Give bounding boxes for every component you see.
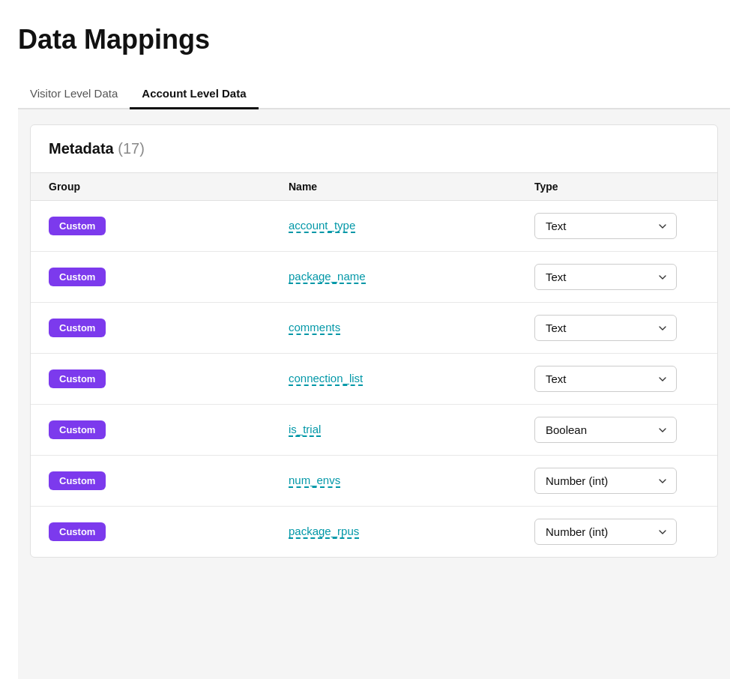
field-name-link[interactable]: connection_list xyxy=(289,372,363,386)
group-badge: Custom xyxy=(49,471,106,490)
page-container: Data Mappings Visitor Level Data Account… xyxy=(0,0,748,679)
field-name-link[interactable]: is_trial xyxy=(289,423,321,437)
group-badge: Custom xyxy=(49,319,106,337)
name-cell: package_rpus xyxy=(289,525,534,539)
group-cell: Custom xyxy=(49,522,289,541)
metadata-title: Metadata xyxy=(49,140,114,157)
field-name-link[interactable]: num_envs xyxy=(289,474,340,488)
content-area: Metadata (17) Group Name Type Customacco… xyxy=(18,109,730,679)
group-cell: Custom xyxy=(49,369,289,388)
field-name-link[interactable]: package_name xyxy=(289,270,366,284)
type-cell: TextBooleanNumber (int)Number (float)Dat… xyxy=(534,366,699,392)
group-badge: Custom xyxy=(49,217,106,235)
table-body: Customaccount_typeTextBooleanNumber (int… xyxy=(31,201,717,557)
group-cell: Custom xyxy=(49,217,289,235)
page-title: Data Mappings xyxy=(18,24,730,55)
group-badge: Custom xyxy=(49,369,106,388)
group-cell: Custom xyxy=(49,420,289,439)
type-select[interactable]: TextBooleanNumber (int)Number (float)Dat… xyxy=(534,468,677,494)
group-badge: Custom xyxy=(49,268,106,286)
table-row: Customaccount_typeTextBooleanNumber (int… xyxy=(31,201,717,252)
group-badge: Custom xyxy=(49,420,106,439)
metadata-card: Metadata (17) Group Name Type Customacco… xyxy=(30,124,718,558)
table-row: Customis_trialTextBooleanNumber (int)Num… xyxy=(31,405,717,456)
group-cell: Custom xyxy=(49,471,289,490)
type-select[interactable]: TextBooleanNumber (int)Number (float)Dat… xyxy=(534,213,677,239)
field-name-link[interactable]: account_type xyxy=(289,219,355,233)
header-group: Group xyxy=(49,181,289,193)
type-cell: TextBooleanNumber (int)Number (float)Dat… xyxy=(534,264,699,290)
metadata-header: Metadata (17) xyxy=(31,125,717,172)
tab-account[interactable]: Account Level Data xyxy=(130,79,258,109)
type-cell: TextBooleanNumber (int)Number (float)Dat… xyxy=(534,468,699,494)
type-select[interactable]: TextBooleanNumber (int)Number (float)Dat… xyxy=(534,366,677,392)
type-select[interactable]: TextBooleanNumber (int)Number (float)Dat… xyxy=(534,417,677,443)
type-cell: TextBooleanNumber (int)Number (float)Dat… xyxy=(534,315,699,341)
type-cell: TextBooleanNumber (int)Number (float)Dat… xyxy=(534,213,699,239)
type-select[interactable]: TextBooleanNumber (int)Number (float)Dat… xyxy=(534,519,677,545)
type-cell: TextBooleanNumber (int)Number (float)Dat… xyxy=(534,519,699,545)
table-row: CustomcommentsTextBooleanNumber (int)Num… xyxy=(31,303,717,354)
table-row: Custompackage_nameTextBooleanNumber (int… xyxy=(31,252,717,303)
group-cell: Custom xyxy=(49,319,289,337)
name-cell: account_type xyxy=(289,219,534,233)
header-type: Type xyxy=(534,181,699,193)
field-name-link[interactable]: comments xyxy=(289,321,340,335)
table-row: Customnum_envsTextBooleanNumber (int)Num… xyxy=(31,456,717,507)
tab-visitor[interactable]: Visitor Level Data xyxy=(18,79,130,109)
name-cell: package_name xyxy=(289,270,534,284)
table-header: Group Name Type xyxy=(31,172,717,201)
tabs-container: Visitor Level Data Account Level Data xyxy=(18,79,730,109)
field-name-link[interactable]: package_rpus xyxy=(289,525,359,539)
group-badge: Custom xyxy=(49,522,106,541)
name-cell: is_trial xyxy=(289,423,534,437)
type-select[interactable]: TextBooleanNumber (int)Number (float)Dat… xyxy=(534,315,677,341)
name-cell: num_envs xyxy=(289,474,534,488)
metadata-count: (17) xyxy=(118,140,145,157)
name-cell: comments xyxy=(289,321,534,335)
table-row: Customconnection_listTextBooleanNumber (… xyxy=(31,354,717,405)
name-cell: connection_list xyxy=(289,372,534,386)
header-name: Name xyxy=(289,181,534,193)
table-row: Custompackage_rpusTextBooleanNumber (int… xyxy=(31,507,717,557)
group-cell: Custom xyxy=(49,268,289,286)
type-cell: TextBooleanNumber (int)Number (float)Dat… xyxy=(534,417,699,443)
type-select[interactable]: TextBooleanNumber (int)Number (float)Dat… xyxy=(534,264,677,290)
